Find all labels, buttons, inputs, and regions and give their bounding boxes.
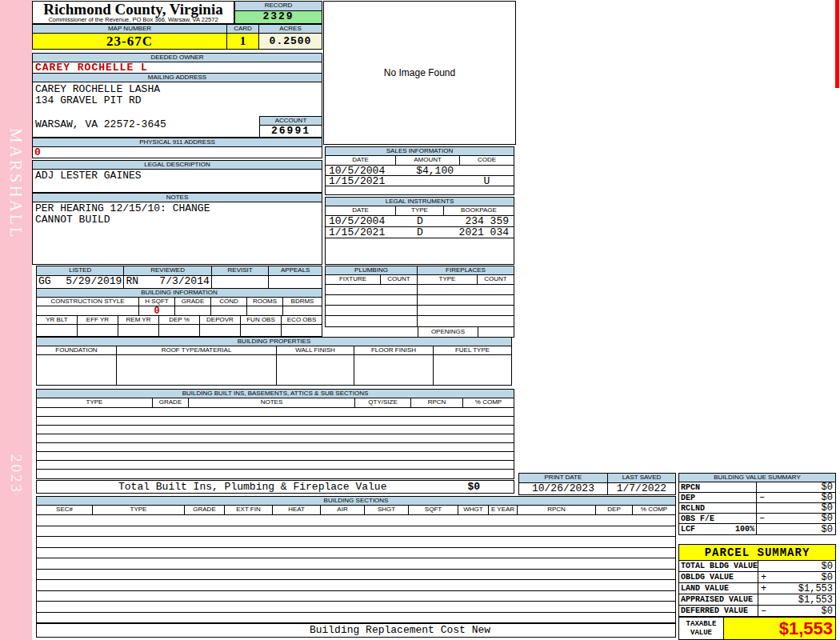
map-number-label: MAP NUMBER — [33, 25, 226, 34]
appeals-value — [269, 276, 322, 288]
col-shgt: SHGT — [365, 506, 409, 515]
parcel-row-value: $0 — [822, 606, 833, 617]
empty-row — [326, 316, 417, 326]
sale-date: 10/5/2004 — [326, 166, 396, 175]
col-bi-qty: QTY/SIZE — [355, 398, 411, 408]
col-rooms: ROOMS — [247, 298, 283, 306]
reviewed-value: RN7/3/2014 — [124, 276, 211, 288]
parcel-row: LAND VALUE +$1,553 — [679, 583, 835, 594]
bvs-row-sign: – — [759, 513, 765, 524]
revisit-header: REVISIT — [212, 266, 270, 276]
bvs-row-sign: – — [759, 492, 765, 503]
bvs-row-label: LCF — [681, 525, 695, 534]
acres-label: ACRES — [259, 25, 322, 34]
empty-row — [37, 558, 675, 570]
openings-label: OPENINGS — [418, 327, 478, 338]
col-heat: HEAT — [273, 506, 321, 515]
sale-date: 1/15/2021 — [326, 176, 396, 186]
legal-description-value: ADJ LESTER GAINES — [32, 170, 322, 193]
bvs-row-label: DEP — [681, 494, 695, 502]
col-sec-comp: % COMP — [633, 506, 675, 515]
reviewed-header: REVIEWED — [124, 266, 211, 276]
col-sale-code: CODE — [460, 156, 514, 166]
instrument-row: 10/5/2004 D 234 359 — [326, 216, 514, 227]
replacement-cost-row: Building Replacement Cost New — [36, 623, 676, 638]
dep-pct-value — [159, 325, 200, 336]
sales-information-label: SALES INFORMATION — [326, 147, 514, 156]
col-fireplace-count: COUNT — [478, 275, 514, 285]
no-image-placeholder: No Image Found — [384, 67, 455, 78]
empty-row — [37, 408, 514, 417]
wall-finish-value — [277, 355, 354, 385]
last-saved-label: LAST SAVED — [608, 474, 675, 483]
col-whgt: WHGT — [458, 506, 489, 515]
empty-row — [37, 452, 514, 461]
card-value: 1 — [227, 34, 258, 49]
parcel-row: OBLDG VALUE +$0 — [679, 572, 835, 583]
built-ins-total-label: Total Built Ins, Plumbing & Fireplace Va… — [37, 482, 386, 493]
col-depovr: DEPOVR — [200, 316, 241, 325]
mailing-address-section: MAILING ADDRESS CAREY ROCHELLE LASHA 134… — [32, 73, 322, 138]
empty-row — [418, 285, 514, 295]
parcel-row-label: TOTAL BLDG VALUE — [681, 562, 758, 570]
reviewed-initials: RN — [126, 276, 138, 288]
col-bdrms: BDRMS — [283, 298, 322, 306]
built-ins-total-value: $0 — [467, 482, 480, 493]
mailing-address-label: MAILING ADDRESS — [32, 73, 322, 82]
empty-row — [37, 443, 514, 452]
bvs-row-value: $0 — [822, 482, 833, 493]
col-sec-rpcn: RPCN — [518, 506, 596, 515]
parcel-row-sign: + — [761, 572, 766, 583]
empty-row — [37, 602, 675, 613]
eff-yr-value — [78, 325, 118, 336]
grade-value — [175, 306, 211, 315]
col-eco-obs: ECO OBS — [282, 316, 322, 325]
col-h-sqft: H SQFT — [139, 298, 175, 306]
account-value: 26991 — [260, 126, 322, 137]
building-sections-table: BUILDING SECTIONS SEC# TYPE GRADE EXT FI… — [36, 496, 676, 623]
col-sec-dep: DEP — [596, 506, 633, 515]
instr-date: 10/5/2004 — [326, 216, 396, 226]
instr-type: D — [396, 216, 444, 226]
map-number-col: MAP NUMBER 23-67C — [33, 25, 227, 49]
col-fixture-count: COUNT — [381, 275, 418, 285]
parcel-summary-label: PARCEL SUMMARY — [679, 545, 835, 561]
empty-row — [326, 285, 417, 295]
col-floor-finish: FLOOR FINISH — [354, 346, 434, 355]
parcel-row-label: DEFERRED VALUE — [681, 606, 748, 615]
parcel-row-label: LAND VALUE — [681, 584, 729, 593]
physical-911-section: PHYSICAL 911 ADDRESS 0 — [32, 138, 322, 158]
empty-row — [37, 526, 675, 538]
parcel-row: TOTAL BLDG VALUE $0 — [679, 561, 835, 572]
notes-section: NOTES PER HEARING 12/15/10: CHANGE CANNO… — [32, 193, 322, 265]
right-edge-red-strip — [835, 0, 839, 88]
col-bi-notes: NOTES — [189, 398, 355, 408]
physical-911-value: 0 — [32, 147, 322, 158]
sidebar-vertical-label-top: MARSHALL — [6, 128, 26, 240]
reviewed-date: 7/3/2014 — [159, 276, 209, 288]
col-eff-yr: EFF YR — [78, 316, 118, 325]
account-box: ACCOUNT 26991 — [259, 116, 322, 137]
empty-row — [418, 295, 514, 306]
taxable-value-label: TAXABLE VALUE — [679, 618, 724, 639]
col-dep-pct: DEP % — [159, 316, 200, 325]
sale-amount: $4,100 — [396, 166, 460, 175]
col-construction-style: CONSTRUCTION STYLE — [37, 298, 139, 306]
empty-row — [37, 570, 675, 581]
instr-bookpage: 234 359 — [444, 216, 514, 226]
instr-type: D — [396, 227, 444, 238]
replacement-cost-label: Building Replacement Cost New — [310, 625, 490, 636]
rem-yr-value — [118, 325, 159, 336]
last-saved-value: 1/7/2022 — [608, 483, 675, 494]
fuel-type-value — [434, 355, 511, 385]
parcel-row-sign: – — [761, 606, 766, 617]
deeded-owner-section: DEEDED OWNER CAREY ROCHELLE L — [32, 53, 322, 74]
binder-sidebar: MARSHALL 2023 — [0, 0, 32, 640]
col-sec-grade: GRADE — [185, 506, 225, 515]
empty-row — [37, 591, 675, 602]
plumbing-label: PLUMBING — [325, 266, 418, 275]
cond-value — [211, 306, 247, 315]
empty-row — [37, 470, 514, 478]
notes-line-1: PER HEARING 12/15/10: CHANGE — [35, 203, 319, 214]
empty-row — [37, 613, 675, 623]
